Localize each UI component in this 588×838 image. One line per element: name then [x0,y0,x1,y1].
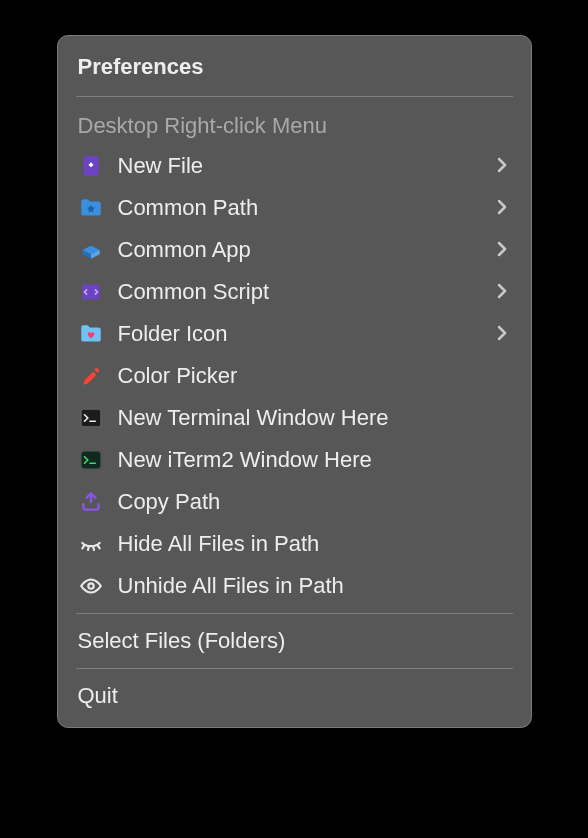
menu-item-label: Copy Path [118,489,511,515]
svg-line-8 [82,545,84,548]
divider [76,613,513,614]
folder-star-icon [76,195,106,221]
file-plus-icon [76,153,106,179]
chevron-right-icon [497,239,507,262]
svg-point-12 [88,583,93,588]
menu-item-new-file[interactable]: New File [58,145,531,187]
eyedropper-icon [76,363,106,389]
menu-item-hide-files[interactable]: Hide All Files in Path [58,523,531,565]
copy-path-icon [76,489,106,515]
script-icon [76,279,106,305]
menu-item-label: Hide All Files in Path [118,531,511,557]
eye-closed-icon [76,531,106,557]
menu-item-color-picker[interactable]: Color Picker [58,355,531,397]
svg-rect-6 [81,451,101,468]
menu-item-label: Common Path [118,195,497,221]
menu-item-label: Unhide All Files in Path [118,573,511,599]
folder-heart-icon [76,321,106,347]
menu-item-label: Common App [118,237,497,263]
menu-item-new-terminal[interactable]: New Terminal Window Here [58,397,531,439]
svg-rect-4 [81,409,101,426]
chevron-right-icon [497,281,507,304]
svg-rect-2 [90,163,92,167]
svg-line-10 [93,546,94,549]
menu-item-common-path[interactable]: Common Path [58,187,531,229]
menu-item-new-iterm2[interactable]: New iTerm2 Window Here [58,439,531,481]
select-files-label: Select Files (Folders) [78,628,511,654]
section-title: Desktop Right-click Menu [78,113,327,139]
context-menu: Preferences Desktop Right-click Menu New… [57,35,532,728]
menu-item-select-files[interactable]: Select Files (Folders) [58,620,531,662]
menu-item-common-script[interactable]: Common Script [58,271,531,313]
menu-item-common-app[interactable]: Common App [58,229,531,271]
section-header: Desktop Right-click Menu [58,103,531,145]
chevron-right-icon [497,323,507,346]
iterm2-icon [76,447,106,473]
terminal-icon [76,405,106,431]
menu-item-label: New File [118,153,497,179]
menu-item-label: New Terminal Window Here [118,405,511,431]
menu-item-unhide-files[interactable]: Unhide All Files in Path [58,565,531,607]
preferences-label: Preferences [78,54,204,80]
chevron-right-icon [497,155,507,178]
menu-item-quit[interactable]: Quit [58,675,531,717]
menu-item-label: Common Script [118,279,497,305]
chevron-right-icon [497,197,507,220]
svg-line-11 [97,545,99,548]
divider [76,96,513,97]
preferences-item[interactable]: Preferences [58,44,531,90]
app-icon [76,237,106,263]
eye-open-icon [76,573,106,599]
svg-line-9 [87,546,88,549]
divider [76,668,513,669]
menu-item-copy-path[interactable]: Copy Path [58,481,531,523]
menu-item-label: Color Picker [118,363,511,389]
menu-item-label: New iTerm2 Window Here [118,447,511,473]
menu-item-label: Folder Icon [118,321,497,347]
quit-label: Quit [78,683,511,709]
menu-item-folder-icon[interactable]: Folder Icon [58,313,531,355]
